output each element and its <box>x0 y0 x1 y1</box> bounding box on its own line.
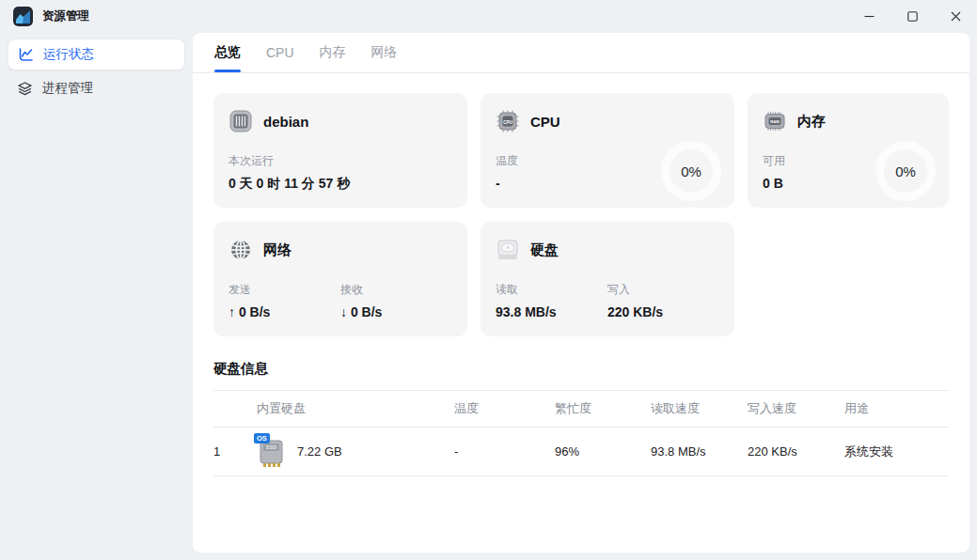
disk-info-title: 硬盘信息 <box>213 360 949 378</box>
sidebar-item-process-management[interactable]: 进程管理 <box>8 72 185 104</box>
cpu-usage-percent: 0% <box>681 163 701 179</box>
disk-card: 硬盘 读取 93.8 MB/s 写入 220 KB/s <box>481 222 734 336</box>
column-temperature: 温度 <box>454 391 555 428</box>
sidebar-item-label: 进程管理 <box>42 80 93 97</box>
uptime-label: 本次运行 <box>228 153 350 169</box>
disk-info-section: 硬盘信息 内置硬盘 温度 繁忙度 读取速度 写入速度 用途 1 <box>213 360 949 476</box>
line-chart-icon <box>18 47 34 63</box>
memory-usage-percent: 0% <box>895 163 916 179</box>
network-card-title: 网络 <box>263 241 292 259</box>
disk-row-index: 1 <box>213 428 257 476</box>
app-logo-icon <box>13 7 33 26</box>
svg-text:CPU: CPU <box>503 120 512 125</box>
uptime-value: 0 天 0 时 11 分 57 秒 <box>228 176 350 193</box>
maximize-button[interactable] <box>890 0 934 33</box>
disk-write-value: 220 KB/s <box>607 304 719 319</box>
sidebar: 运行状态 进程管理 <box>0 33 193 560</box>
host-card: debian 本次运行 0 天 0 时 11 分 57 秒 <box>213 93 467 208</box>
disk-read-value: 93.8 MB/s <box>496 304 607 319</box>
ssd-icon: SSD OS <box>257 435 285 469</box>
disk-table-row[interactable]: 1 SSD <box>213 428 949 476</box>
tab-network[interactable]: 网络 <box>371 33 398 72</box>
cpu-chip-icon: CPU <box>496 109 520 133</box>
host-card-title: debian <box>263 114 308 130</box>
network-receive-label: 接收 <box>340 282 452 298</box>
column-internal-disk: 内置硬盘 <box>257 391 454 428</box>
cpu-card: CPU CPU 温度 - 0% <box>481 93 734 208</box>
window-title: 资源管理 <box>42 8 89 24</box>
server-icon <box>228 109 253 133</box>
disk-usage: 系统安装 <box>844 428 949 476</box>
tab-overview[interactable]: 总览 <box>214 33 241 72</box>
disk-card-title: 硬盘 <box>530 241 559 259</box>
column-busy: 繁忙度 <box>555 391 651 428</box>
globe-icon <box>228 238 253 262</box>
disk-busy-percent: 96% <box>555 428 651 476</box>
ram-chip-icon: RAM <box>763 109 787 133</box>
column-usage: 用途 <box>844 391 949 428</box>
network-send-value: ↑ 0 B/s <box>228 304 340 319</box>
summary-cards: debian 本次运行 0 天 0 时 11 分 57 秒 <box>213 93 949 336</box>
cpu-temp-label: 温度 <box>496 153 607 169</box>
svg-text:SSD: SSD <box>266 444 276 450</box>
tab-bar: 总览 CPU 内存 网络 <box>193 33 969 73</box>
empty-grid-cell <box>748 222 949 336</box>
sidebar-item-running-status[interactable]: 运行状态 <box>8 39 185 70</box>
close-button[interactable] <box>934 0 977 33</box>
sidebar-item-label: 运行状态 <box>43 46 94 63</box>
memory-usage-gauge: 0% <box>875 141 936 201</box>
tab-memory[interactable]: 内存 <box>320 33 346 72</box>
memory-available-label: 可用 <box>763 153 875 169</box>
disk-temperature: - <box>454 428 555 476</box>
column-read-speed: 读取速度 <box>651 391 748 428</box>
window-controls <box>847 0 977 33</box>
disk-info-table: 内置硬盘 温度 繁忙度 读取速度 写入速度 用途 1 <box>213 390 949 476</box>
network-send-label: 发送 <box>228 282 340 298</box>
hard-drive-icon <box>496 238 520 262</box>
cpu-temp-value: - <box>496 176 607 191</box>
memory-card: RAM 内存 可用 0 B 0% <box>748 93 949 208</box>
disk-size: 7.22 GB <box>297 444 342 459</box>
disk-write-speed: 220 KB/s <box>748 428 844 476</box>
layers-icon <box>17 81 33 97</box>
disk-write-label: 写入 <box>607 282 719 298</box>
disk-table-header-row: 内置硬盘 温度 繁忙度 读取速度 写入速度 用途 <box>213 391 949 428</box>
network-receive-value: ↓ 0 B/s <box>340 304 452 319</box>
network-card: 网络 发送 ↑ 0 B/s 接收 ↓ 0 B/s <box>213 222 467 336</box>
memory-available-value: 0 B <box>763 176 875 191</box>
column-write-speed: 写入速度 <box>748 391 844 428</box>
disk-read-label: 读取 <box>496 282 607 298</box>
cpu-card-title: CPU <box>530 114 560 130</box>
main-panel: 总览 CPU 内存 网络 <box>193 33 969 552</box>
tab-cpu[interactable]: CPU <box>266 33 294 72</box>
minimize-button[interactable] <box>847 0 890 33</box>
column-index <box>213 391 257 428</box>
cpu-usage-gauge: 0% <box>661 141 721 201</box>
disk-read-speed: 93.8 MB/s <box>651 428 748 476</box>
svg-text:RAM: RAM <box>770 119 780 124</box>
os-badge: OS <box>254 433 270 443</box>
memory-card-title: 内存 <box>797 113 826 131</box>
overview-content: debian 本次运行 0 天 0 时 11 分 57 秒 <box>193 73 969 476</box>
title-bar: 资源管理 <box>0 0 977 33</box>
